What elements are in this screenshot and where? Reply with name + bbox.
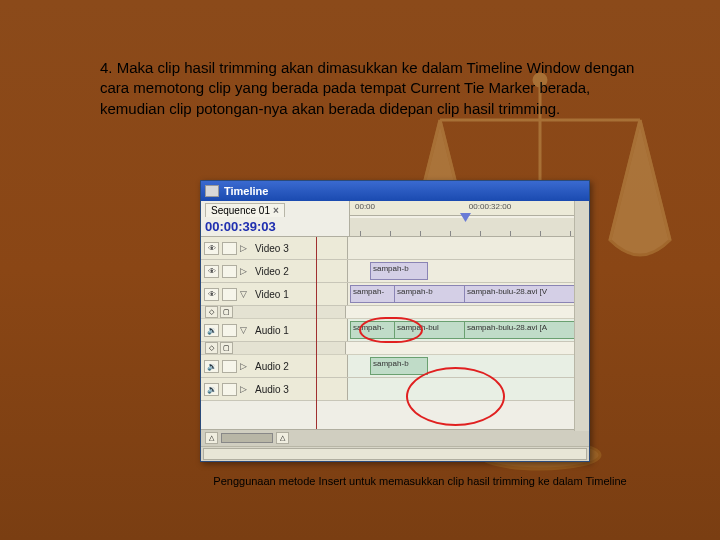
clip[interactable]: sampah- xyxy=(350,285,398,303)
clip[interactable]: sampah- xyxy=(350,321,398,339)
speaker-icon[interactable]: 🔉 xyxy=(204,383,219,396)
video1-subtrack: ◇ ▢ xyxy=(201,306,589,319)
expand-icon[interactable]: ▷ xyxy=(240,361,250,371)
sequence-tab[interactable]: Sequence 01× xyxy=(205,203,285,217)
lock-icon[interactable] xyxy=(222,360,237,373)
clip[interactable]: sampah-bulu-28.avi [A xyxy=(464,321,580,339)
lock-icon[interactable] xyxy=(222,265,237,278)
instruction-text: 4. Maka clip hasil trimming akan dimasuk… xyxy=(100,58,640,119)
track-audio-1: 🔉 ▽ Audio 1 sampah- sampah-bul sampah-bu… xyxy=(201,319,589,342)
track-video-2: 👁 ▷ Video 2 sampah-b xyxy=(201,260,589,283)
timeline-footer: △ △ xyxy=(201,429,589,446)
volume-btn[interactable]: ▢ xyxy=(220,342,233,354)
track-video-1: 👁 ▽ Video 1 sampah- sampah-b sampah-bulu… xyxy=(201,283,589,306)
clip[interactable]: sampah-bulu-28.avi [V xyxy=(464,285,580,303)
clip[interactable]: sampah-b xyxy=(394,285,468,303)
zoom-out-btn[interactable]: △ xyxy=(205,432,218,444)
clip[interactable]: sampah-b xyxy=(370,357,428,375)
zoom-slider[interactable] xyxy=(221,433,273,443)
zoom-in-btn[interactable]: △ xyxy=(276,432,289,444)
expand-icon[interactable]: ▷ xyxy=(240,266,250,276)
film-icon xyxy=(205,185,219,197)
eye-icon[interactable]: 👁 xyxy=(204,265,219,278)
expand-icon[interactable]: ▷ xyxy=(240,384,250,394)
current-timecode[interactable]: 00:00:39:03 xyxy=(205,219,345,234)
playhead-line xyxy=(316,237,317,429)
figure-caption: Penggunaan metode Insert untuk memasukka… xyxy=(170,475,670,487)
eye-icon[interactable]: 👁 xyxy=(204,288,219,301)
clip[interactable]: sampah-b xyxy=(370,262,428,280)
collapse-icon[interactable]: ▽ xyxy=(240,289,250,299)
collapse-icon[interactable]: ▽ xyxy=(240,325,250,335)
keyframe-btn[interactable]: ◇ xyxy=(205,342,218,354)
vertical-scrollbar[interactable] xyxy=(574,201,589,431)
expand-icon[interactable]: ▷ xyxy=(240,243,250,253)
time-ruler[interactable]: 00:00 00:00:32:00 xyxy=(350,201,589,236)
timeline-titlebar[interactable]: Timeline xyxy=(201,181,589,201)
lock-icon[interactable] xyxy=(222,242,237,255)
horizontal-scrollbar[interactable] xyxy=(201,446,589,461)
clip[interactable]: sampah-bul xyxy=(394,321,468,339)
track-video-3: 👁 ▷ Video 3 xyxy=(201,237,589,260)
opacity-btn[interactable]: ▢ xyxy=(220,306,233,318)
audio1-subtrack: ◇ ▢ xyxy=(201,342,589,355)
eye-icon[interactable]: 👁 xyxy=(204,242,219,255)
speaker-icon[interactable]: 🔉 xyxy=(204,360,219,373)
keyframe-btn[interactable]: ◇ xyxy=(205,306,218,318)
track-audio-2: 🔉 ▷ Audio 2 sampah-b xyxy=(201,355,589,378)
speaker-icon[interactable]: 🔉 xyxy=(204,324,219,337)
lock-icon[interactable] xyxy=(222,288,237,301)
timeline-title: Timeline xyxy=(224,185,268,197)
close-tab-icon[interactable]: × xyxy=(273,205,279,216)
timeline-window: Timeline Sequence 01× 00:00:39:03 00:00 … xyxy=(200,180,590,462)
track-audio-3: 🔉 ▷ Audio 3 xyxy=(201,378,589,401)
lock-icon[interactable] xyxy=(222,383,237,396)
lock-icon[interactable] xyxy=(222,324,237,337)
